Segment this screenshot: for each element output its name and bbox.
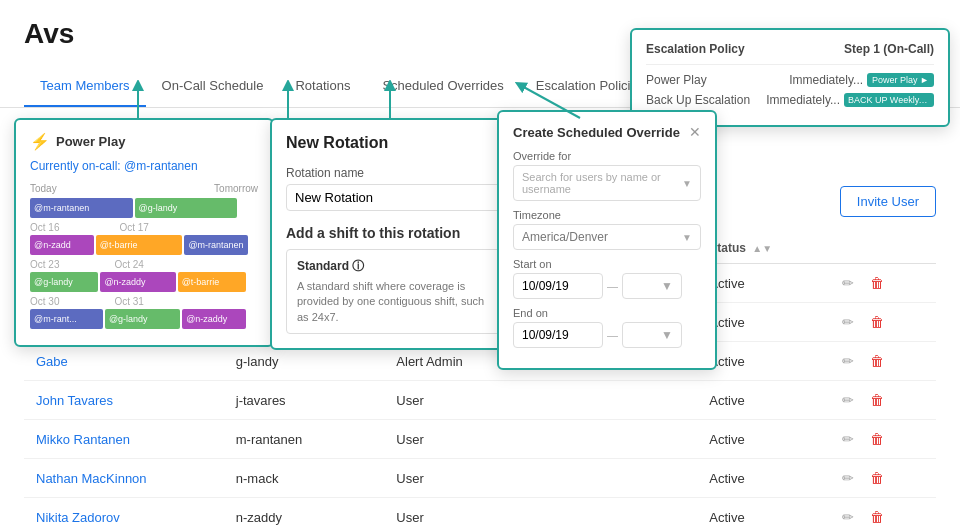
delete-button[interactable]: 🗑 xyxy=(866,390,888,410)
delete-button[interactable]: 🗑 xyxy=(866,468,888,488)
col-actions xyxy=(826,233,936,264)
table-row: John Tavaresj-tavaresUserActive✏🗑 xyxy=(24,381,936,420)
sched-bars-1: @m-rantanen @g-landy xyxy=(30,198,258,218)
bar-t-barrie: @t-barrie xyxy=(96,235,183,255)
bar-m-rantanen: @m-rantanen xyxy=(30,198,133,218)
arrow-on-call xyxy=(128,80,148,120)
end-on-date[interactable] xyxy=(513,322,603,348)
close-button[interactable]: ✕ xyxy=(689,124,701,140)
cell-status: Active xyxy=(697,498,826,527)
escalation-col2: Step 1 (On-Call) xyxy=(844,42,934,56)
escalation-row-2: Back Up Escalation Immediately... BACK U… xyxy=(646,93,934,107)
timezone-input[interactable]: America/Denver ▼ xyxy=(513,224,701,250)
invite-user-button[interactable]: Invite User xyxy=(840,186,936,217)
cell-actions: ✏🗑 xyxy=(826,264,936,303)
escalation-value-2: Immediately... BACK UP Weekly, 24 Hour B… xyxy=(766,93,934,107)
power-icon: ⚡ xyxy=(30,132,50,151)
end-dash: — xyxy=(607,329,618,341)
shift-type-label: Standard ⓘ xyxy=(297,258,493,275)
bar-g-landy: @g-landy xyxy=(135,198,238,218)
end-time[interactable]: ▼ xyxy=(622,322,682,348)
cell-role: User xyxy=(384,381,534,420)
bar-m-rant: @m-rant... xyxy=(30,309,103,329)
add-shift-title: Add a shift to this rotation xyxy=(286,225,504,241)
delete-button[interactable]: 🗑 xyxy=(866,273,888,293)
sched-bars-3: @g-landy @n-zaddy @t-barrie xyxy=(30,272,258,292)
cell-username: m-rantanen xyxy=(224,420,385,459)
cell-username: n-zaddy xyxy=(224,498,385,527)
action-icons: ✏🗑 xyxy=(838,312,924,332)
cell-actions: ✏🗑 xyxy=(826,420,936,459)
member-name-link[interactable]: Nathan MacKinnon xyxy=(36,471,147,486)
delete-button[interactable]: 🗑 xyxy=(866,429,888,449)
power-play-card: ⚡ Power Play Currently on-call: @m-ranta… xyxy=(14,118,274,347)
cell-actions: ✏🗑 xyxy=(826,381,936,420)
sched-row-4: Oct 30Oct 31 @m-rant... @g-landy @n-zadd… xyxy=(30,296,258,329)
action-icons: ✏🗑 xyxy=(838,468,924,488)
sched-labels: Today Tomorrow xyxy=(30,183,258,194)
escalation-card-header: Escalation Policy Step 1 (On-Call) xyxy=(646,42,934,65)
cell-team xyxy=(535,420,698,459)
mini-schedule: Today Tomorrow @m-rantanen @g-landy Oct … xyxy=(30,183,258,329)
escalation-col1: Escalation Policy xyxy=(646,42,745,56)
cell-actions: ✏🗑 xyxy=(826,303,936,342)
cell-actions: ✏🗑 xyxy=(826,498,936,527)
sched-bars-2: @n-zadd @t-barrie @m-rantanen xyxy=(30,235,258,255)
start-on-label: Start on xyxy=(513,258,701,270)
escalation-badge-2: BACK UP Weekly, 24 Hour B... xyxy=(844,93,934,107)
rotation-card: New Rotation Rotation name Add a shift t… xyxy=(270,118,520,350)
shift-option[interactable]: Standard ⓘ A standard shift where covera… xyxy=(286,249,504,334)
rotation-name-input[interactable] xyxy=(286,184,504,211)
escalation-value-1: Immediately... Power Play ► xyxy=(789,73,934,87)
override-for-input[interactable]: Search for users by name or username ▼ xyxy=(513,165,701,201)
status-sort-icon[interactable]: ▲▼ xyxy=(752,243,772,254)
cell-name: Nathan MacKinnon xyxy=(24,459,224,498)
start-on-row: Start on — ▼ xyxy=(513,258,701,299)
cell-username: j-tavares xyxy=(224,381,385,420)
bar-n-zaddy-2: @n-zaddy xyxy=(182,309,246,329)
override-for-arrow: ▼ xyxy=(682,178,692,189)
cell-team xyxy=(535,498,698,527)
action-icons: ✏🗑 xyxy=(838,507,924,526)
member-name-link[interactable]: Nikita Zadorov xyxy=(36,510,120,525)
start-time[interactable]: ▼ xyxy=(622,273,682,299)
edit-button[interactable]: ✏ xyxy=(838,312,858,332)
edit-button[interactable]: ✏ xyxy=(838,468,858,488)
arrow-escalation xyxy=(510,80,590,120)
cell-name: Mikko Rantanen xyxy=(24,420,224,459)
cell-role: User xyxy=(384,498,534,527)
table-row: Nathan MacKinnonn-mackUserActive✏🗑 xyxy=(24,459,936,498)
member-name-link[interactable]: Mikko Rantanen xyxy=(36,432,130,447)
action-icons: ✏🗑 xyxy=(838,273,924,293)
scheduled-override-card: Create Scheduled Override ✕ Override for… xyxy=(497,110,717,370)
edit-button[interactable]: ✏ xyxy=(838,351,858,371)
cell-username: n-mack xyxy=(224,459,385,498)
bar-n-zadd: @n-zadd xyxy=(30,235,94,255)
member-name-link[interactable]: John Tavares xyxy=(36,393,113,408)
timezone-label: Timezone xyxy=(513,209,701,221)
tab-on-call-schedule[interactable]: On-Call Schedule xyxy=(146,66,280,107)
action-icons: ✏🗑 xyxy=(838,429,924,449)
delete-button[interactable]: 🗑 xyxy=(866,312,888,332)
sched-override-header: Create Scheduled Override ✕ xyxy=(513,124,701,140)
cell-name: Gabe xyxy=(24,342,224,381)
delete-button[interactable]: 🗑 xyxy=(866,507,888,526)
member-name-link[interactable]: Gabe xyxy=(36,354,68,369)
action-icons: ✏🗑 xyxy=(838,351,924,371)
cell-status: Active xyxy=(697,381,826,420)
sched-row-3: Oct 23Oct 24 @g-landy @n-zaddy @t-barrie xyxy=(30,259,258,292)
arrow-sched-override xyxy=(380,80,400,120)
page: Avs Team Members On-Call Schedule Rotati… xyxy=(0,0,960,526)
cell-status: Active xyxy=(697,420,826,459)
edit-button[interactable]: ✏ xyxy=(838,507,858,526)
shift-desc: A standard shift where coverage is provi… xyxy=(297,279,493,325)
cell-role: User xyxy=(384,420,534,459)
edit-button[interactable]: ✏ xyxy=(838,429,858,449)
start-on-date[interactable] xyxy=(513,273,603,299)
edit-button[interactable]: ✏ xyxy=(838,273,858,293)
edit-button[interactable]: ✏ xyxy=(838,390,858,410)
delete-button[interactable]: 🗑 xyxy=(866,351,888,371)
start-dash: — xyxy=(607,280,618,292)
cell-name: Nikita Zadorov xyxy=(24,498,224,527)
action-icons: ✏🗑 xyxy=(838,390,924,410)
